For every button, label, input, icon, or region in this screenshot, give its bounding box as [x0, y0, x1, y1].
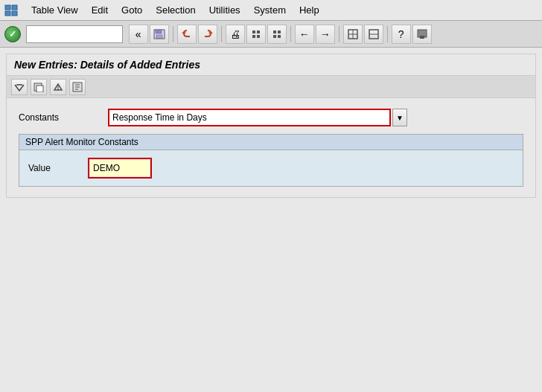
menu-help[interactable]: Help	[299, 4, 319, 16]
spp-section-header: SPP Alert Monitor Constants	[19, 135, 523, 150]
tb-btn-8[interactable]	[343, 25, 363, 44]
form-tb-btn-4[interactable]	[69, 79, 86, 95]
spp-body: Value	[19, 150, 523, 186]
app-icon	[4, 4, 18, 16]
form-tb-btn-3[interactable]	[50, 79, 66, 95]
constants-label: Constants	[19, 112, 108, 123]
undo-btn[interactable]	[177, 25, 197, 44]
form-body: Constants ▼ SPP Alert Monitor Constants …	[7, 98, 535, 197]
constants-row: Constants ▼	[19, 109, 523, 126]
svg-rect-26	[36, 86, 43, 92]
print-btn[interactable]: 🖨	[226, 25, 245, 44]
svg-rect-3	[12, 11, 17, 16]
constants-input-wrapper: ▼	[108, 109, 407, 126]
value-row: Value	[28, 158, 514, 179]
constants-dropdown-btn[interactable]: ▼	[392, 109, 407, 126]
save-btn[interactable]	[150, 25, 169, 44]
nav-back-btn[interactable]: «	[129, 25, 148, 44]
form-tb-btn-2[interactable]	[31, 79, 47, 95]
form-panel: New Entries: Details of Added Entries	[6, 54, 536, 198]
svg-rect-13	[273, 30, 276, 33]
form-title: New Entries: Details of Added Entries	[7, 54, 535, 76]
menu-edit[interactable]: Edit	[92, 4, 108, 16]
svg-rect-10	[257, 30, 260, 33]
svg-rect-0	[5, 5, 10, 10]
svg-rect-11	[252, 35, 255, 38]
svg-rect-23	[420, 36, 424, 39]
value-input[interactable]	[90, 160, 150, 176]
menu-system[interactable]: System	[254, 4, 286, 16]
value-label: Value	[28, 163, 88, 173]
svg-rect-14	[278, 30, 281, 33]
menu-bar: Table View Edit Goto Selection Utilities…	[0, 0, 542, 21]
main-area: New Entries: Details of Added Entries	[0, 48, 542, 392]
svg-rect-9	[252, 30, 255, 33]
menu-table-view[interactable]: Table View	[31, 4, 78, 16]
svg-rect-1	[12, 5, 17, 10]
redo-btn[interactable]	[198, 25, 217, 44]
help-btn[interactable]: ?	[392, 25, 411, 44]
separator-5	[387, 26, 388, 42]
constants-input[interactable]	[108, 109, 391, 126]
separator-2	[221, 26, 222, 42]
tb-btn-4[interactable]	[246, 25, 266, 44]
nav-next-btn[interactable]: →	[316, 25, 335, 44]
menu-utilities[interactable]: Utilities	[209, 4, 240, 16]
svg-rect-2	[5, 11, 10, 16]
svg-rect-6	[156, 35, 162, 38]
form-toolbar	[7, 76, 535, 98]
svg-rect-12	[257, 35, 260, 38]
separator-4	[339, 26, 339, 42]
status-indicator: ✓	[4, 26, 21, 42]
separator-3	[290, 26, 291, 42]
command-input[interactable]	[26, 25, 123, 43]
svg-rect-28	[57, 89, 59, 90]
svg-rect-15	[273, 35, 276, 38]
tb-btn-11[interactable]	[412, 25, 432, 44]
spp-section: SPP Alert Monitor Constants Value	[19, 134, 523, 187]
nav-prev-btn[interactable]: ←	[295, 25, 314, 44]
svg-rect-16	[278, 35, 281, 38]
svg-rect-5	[156, 30, 162, 33]
tb-btn-5[interactable]	[267, 25, 287, 44]
menu-selection[interactable]: Selection	[156, 4, 195, 16]
tb-btn-9[interactable]	[364, 25, 383, 44]
toolbar: ✓ « 🖨 ← → ?	[0, 21, 542, 48]
value-input-wrapper	[88, 158, 152, 179]
form-tb-btn-1[interactable]	[11, 79, 28, 95]
menu-goto[interactable]: Goto	[121, 4, 142, 16]
separator-1	[173, 26, 173, 42]
